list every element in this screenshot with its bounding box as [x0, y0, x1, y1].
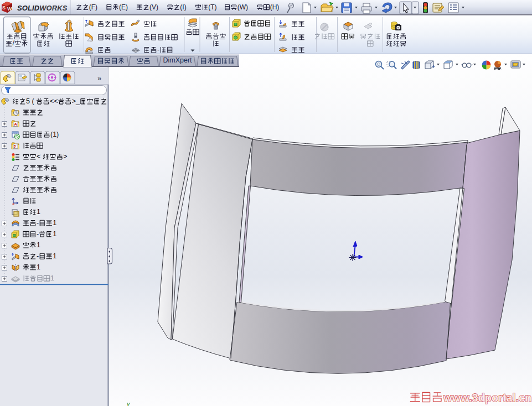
svg-text:<<: <<	[50, 97, 58, 105]
svg-text:5 (: 5 (	[26, 97, 34, 105]
svg-text:-: -	[37, 230, 39, 238]
svg-text:www.3dportal.cn: www.3dportal.cn	[443, 392, 531, 404]
svg-text:1: 1	[37, 263, 40, 271]
svg-text:-: -	[37, 219, 39, 227]
svg-text:1: 1	[37, 208, 40, 216]
svg-text:(W): (W)	[237, 3, 248, 11]
svg-text:SOLIDWORKS: SOLIDWORKS	[17, 4, 68, 12]
svg-text:1: 1	[53, 252, 56, 260]
svg-text:Σ: Σ	[14, 144, 17, 149]
svg-text:-: -	[157, 46, 159, 54]
svg-text:W: W	[7, 6, 12, 12]
svg-text:A: A	[14, 122, 17, 127]
svg-text:/: /	[13, 39, 15, 47]
svg-text:(V): (V)	[149, 3, 158, 11]
svg-text:<: <	[37, 153, 40, 160]
svg-text:>: >	[63, 153, 67, 160]
svg-text:1: 1	[37, 241, 40, 249]
svg-text:1: 1	[50, 274, 54, 282]
svg-text:>_: >_	[72, 97, 80, 105]
svg-text:(F): (F)	[89, 3, 97, 11]
svg-text:(E): (E)	[119, 3, 128, 11]
svg-text:(1): (1)	[50, 131, 59, 138]
svg-text:»: »	[97, 74, 101, 82]
svg-text:(T): (T)	[208, 3, 216, 11]
svg-text:S: S	[2, 5, 6, 11]
svg-text:DimXpert: DimXpert	[163, 56, 193, 64]
svg-text:1: 1	[53, 230, 56, 238]
svg-text:(I): (I)	[180, 3, 186, 11]
svg-text:1: 1	[53, 219, 56, 227]
svg-text:(H): (H)	[270, 3, 280, 11]
svg-text:-: -	[37, 252, 39, 260]
